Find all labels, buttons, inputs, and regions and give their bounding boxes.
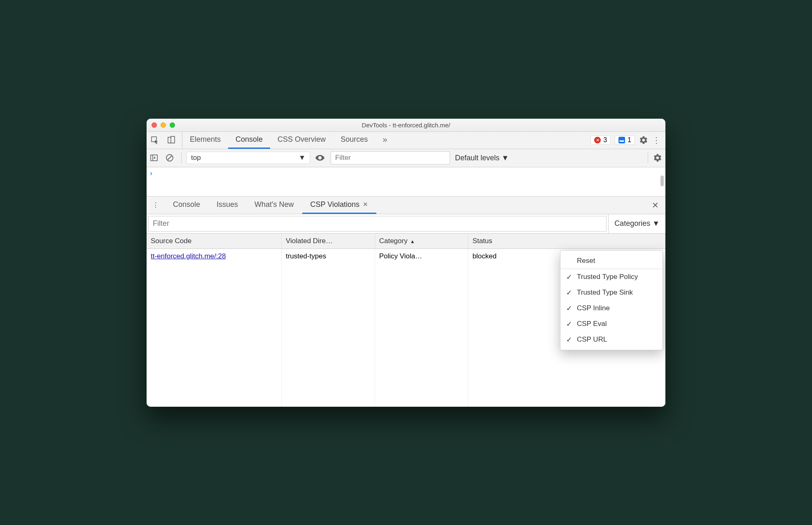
violations-filter-row: Categories ▼ [147,214,665,234]
error-badge[interactable]: ✕ 3 [590,136,611,145]
tab-console[interactable]: Console [228,132,270,149]
window-title: DevTools - tt-enforced.glitch.me/ [147,122,665,129]
devtools-window: DevTools - tt-enforced.glitch.me/ Elemen… [147,119,665,407]
drawer-tab-issues[interactable]: Issues [208,197,246,214]
error-count: 3 [603,136,607,144]
drawer-tabs: ⋮ Console Issues What's New CSP Violatio… [147,196,665,214]
col-status[interactable]: Status [468,234,665,249]
sort-asc-icon: ▲ [410,239,415,244]
dropdown-item-trusted-type-policy[interactable]: Trusted Type Policy [560,269,663,285]
categories-dropdown-button[interactable]: Categories ▼ [608,214,665,233]
log-levels-selector[interactable]: Default levels ▼ [455,154,509,162]
message-count: 1 [628,136,631,144]
close-tab-icon[interactable]: ✕ [363,201,368,208]
console-prompt-icon[interactable]: › [147,167,665,179]
sidebar-toggle-icon[interactable] [150,154,161,162]
violations-filter-input[interactable] [148,216,607,232]
main-tabs: Elements Console CSS Overview Sources » … [147,132,665,149]
kebab-menu-icon[interactable]: ⋮ [652,135,660,145]
settings-gear-icon[interactable] [639,136,648,145]
titlebar: DevTools - tt-enforced.glitch.me/ [147,119,665,132]
chevron-more-icon: » [383,135,387,144]
dropdown-item-csp-inline[interactable]: CSP Inline [560,300,663,316]
error-icon: ✕ [594,137,601,143]
dropdown-item-trusted-type-sink[interactable]: Trusted Type Sink [560,285,663,300]
device-toolbar-icon[interactable] [167,136,178,144]
drawer-tab-csp-violations[interactable]: CSP Violations ✕ [302,197,376,214]
dropdown-item-csp-eval[interactable]: CSP Eval [560,316,663,332]
message-icon: ▬ [618,137,625,143]
drawer-tab-whats-new[interactable]: What's New [246,197,302,214]
live-expression-eye-icon[interactable] [315,153,326,163]
chevron-down-icon: ▼ [299,154,306,162]
message-badge[interactable]: ▬ 1 [615,136,635,145]
console-toolbar: top ▼ Default levels ▼ [147,149,665,167]
divider [648,152,648,163]
cell-category: Policy Viola… [375,248,468,264]
scrollbar-thumb[interactable] [660,176,664,186]
inspect-element-icon[interactable] [151,136,161,144]
dropdown-item-csp-url[interactable]: CSP URL [560,332,663,347]
inspect-tools [147,132,182,149]
close-drawer-icon[interactable]: ✕ [645,197,665,214]
source-link[interactable]: tt-enforced.glitch.me/:28 [151,252,226,260]
col-directive[interactable]: Violated Dire… [281,234,375,249]
dropdown-reset[interactable]: Reset [560,253,663,269]
tab-css-overview[interactable]: CSS Overview [270,132,333,149]
console-settings-gear-icon[interactable] [653,153,662,162]
col-source[interactable]: Source Code [147,234,281,249]
tab-sources[interactable]: Sources [333,132,375,149]
console-output: › [147,167,665,196]
drawer-kebab-icon[interactable]: ⋮ [147,197,165,214]
svg-rect-2 [171,136,175,143]
svg-line-5 [168,156,172,160]
drawer-tab-console[interactable]: Console [165,197,208,214]
tab-elements[interactable]: Elements [182,132,228,149]
context-selector[interactable]: top ▼ [187,152,310,164]
divider [181,152,182,163]
clear-console-icon[interactable] [166,154,176,162]
more-tabs-button[interactable]: » [375,132,394,149]
violations-table-wrap: Source Code Violated Dire… Category▲ Sta… [147,234,665,407]
col-category[interactable]: Category▲ [375,234,468,249]
categories-dropdown: Reset Trusted Type Policy Trusted Type S… [560,250,663,350]
main-toolbar-status: ✕ 3 ▬ 1 ⋮ [590,132,665,149]
console-filter-input[interactable] [331,151,450,164]
context-value: top [191,154,201,162]
cell-directive: trusted-types [281,248,375,264]
